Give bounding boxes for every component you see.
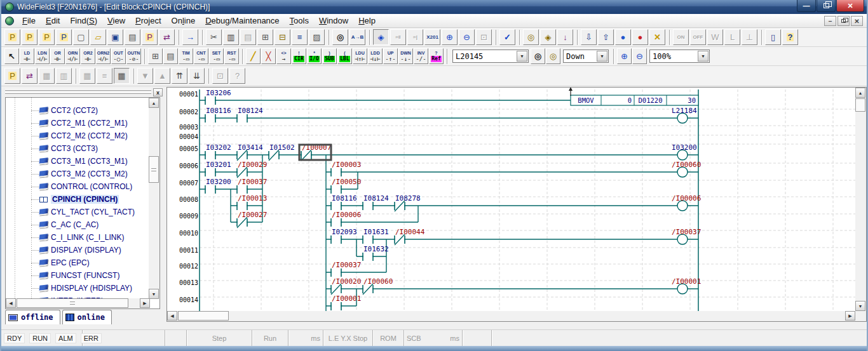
erase-line-button[interactable]: ╳ xyxy=(261,48,276,64)
pc-monitor-button[interactable]: ▯ xyxy=(765,29,781,45)
menu-online[interactable]: Online xyxy=(166,14,201,28)
ladder-diagram[interactable]: 0000100002000030000400005000060000700008… xyxy=(167,88,855,312)
chevron-down-icon[interactable]: ▼ xyxy=(517,51,527,62)
rung-number[interactable]: 00013 xyxy=(179,279,198,286)
scroll-down-icon[interactable]: ▼ xyxy=(149,289,159,299)
cross-reference-button[interactable]: ↓ xyxy=(557,29,573,45)
coil-label[interactable]: I03200 xyxy=(672,143,697,152)
rung-number[interactable]: 00002 xyxy=(179,109,198,116)
cut-button[interactable]: ✂ xyxy=(206,29,222,45)
or2-button[interactable]: OR2⊣⊢ xyxy=(81,48,95,64)
run-mode-button[interactable]: ● xyxy=(615,29,631,45)
device-view-button[interactable]: X201 xyxy=(424,29,440,45)
nc-contact-label[interactable]: /I00060 xyxy=(363,277,393,286)
new-file-button[interactable]: ▢ xyxy=(73,29,89,45)
orn-button[interactable]: ORN⊣/⊢ xyxy=(65,48,80,64)
coil-label[interactable]: /I00037 xyxy=(672,228,701,236)
save-button[interactable]: ▣ xyxy=(107,29,123,45)
nc-contact-label[interactable]: I01502 xyxy=(269,143,295,152)
project-properties-button[interactable]: P xyxy=(56,29,72,45)
no-contact-label[interactable]: I01631 xyxy=(363,228,389,236)
page-top-button[interactable]: ⇈ xyxy=(172,68,187,84)
mdi-minimize-button[interactable]: – xyxy=(824,16,836,26)
no-contact-label[interactable]: I08116 xyxy=(206,107,231,115)
ladder-horizontal-scrollbar[interactable]: ◀ ▶ xyxy=(167,311,855,321)
device-transfer-button[interactable]: ⇄ xyxy=(159,29,175,45)
mdi-close-button[interactable]: ✕ xyxy=(851,16,863,26)
print-button[interactable]: ▤ xyxy=(125,29,140,45)
search-direction-combo[interactable]: Down▼ xyxy=(563,50,609,63)
ladder-hscroll-thumb[interactable] xyxy=(178,311,229,321)
menu-file[interactable]: File xyxy=(17,14,41,28)
device-search-combo[interactable]: L20145▼ xyxy=(452,50,529,63)
close-button[interactable]: ✕ xyxy=(836,0,864,12)
sidebar-item-cct3_m1[interactable]: CCT3_M1 (CCT3_M1) xyxy=(6,155,149,168)
no-contact-label[interactable]: I08124 xyxy=(363,194,389,202)
scroll-down-icon[interactable]: ▼ xyxy=(855,301,865,311)
scroll-up-icon[interactable]: ▲ xyxy=(855,88,865,98)
restore-button[interactable] xyxy=(817,0,836,12)
set-button[interactable]: SET-▭ xyxy=(209,48,224,64)
menu-tools[interactable]: Tools xyxy=(285,14,314,28)
sidebar-item-display[interactable]: DISPLAY (DISPLAY) xyxy=(6,244,149,256)
nc-contact-label[interactable]: /I00029 xyxy=(238,161,267,169)
nc-contact-label[interactable]: I08278 xyxy=(395,194,421,202)
chevron-down-icon[interactable]: ▼ xyxy=(698,51,709,62)
draw-line-button[interactable]: ╱ xyxy=(246,48,261,64)
coil-label[interactable]: /I00001 xyxy=(672,277,701,286)
connect-button[interactable]: <>→ xyxy=(276,48,291,64)
io-button[interactable]: *I/O xyxy=(307,48,322,64)
no-contact-label[interactable]: /I00013 xyxy=(238,194,267,202)
zoom-level-combo[interactable]: 100%▼ xyxy=(649,50,710,63)
ladder-vscroll-thumb[interactable] xyxy=(855,98,865,112)
rung-number[interactable]: 00011 xyxy=(179,247,198,254)
jump-button[interactable]: → xyxy=(182,29,198,45)
scroll-up-icon[interactable]: ▲ xyxy=(149,98,159,108)
box-cell[interactable]: D01220 xyxy=(639,96,663,104)
box-cell[interactable]: 30 xyxy=(688,96,696,104)
ladder-view-button[interactable]: ◈ xyxy=(373,29,389,45)
tab-online[interactable]: online xyxy=(62,310,112,324)
open-project-button[interactable]: P xyxy=(22,29,37,45)
scroll-left-icon[interactable]: ◀ xyxy=(167,311,177,321)
no-contact-label[interactable]: /I00001 xyxy=(332,295,361,303)
select-mode-button[interactable]: ↖ xyxy=(4,48,19,64)
page-bottom-button[interactable]: ⇊ xyxy=(189,68,205,84)
sidebar-item-control[interactable]: CONTROL (CONTROL) xyxy=(6,180,149,193)
out-button[interactable]: OUT-○- xyxy=(111,48,126,64)
no-contact-label[interactable]: I03201 xyxy=(206,161,231,169)
no-contact-label[interactable]: I02093 xyxy=(332,228,357,236)
menu-window[interactable]: Window xyxy=(314,14,353,28)
replace-button[interactable]: A→B xyxy=(349,29,365,45)
rung-number[interactable]: 00004 xyxy=(179,133,198,140)
rung-number[interactable]: 00014 xyxy=(179,296,198,303)
help-button[interactable]: ? xyxy=(782,29,798,45)
no-contact-label[interactable]: /I00037 xyxy=(332,261,361,269)
box-cell[interactable]: 0 xyxy=(628,96,632,104)
zoom-out-2-button[interactable]: ⊖ xyxy=(632,48,647,64)
menu-find-s-[interactable]: Find(S) xyxy=(65,14,102,28)
dwn-button[interactable]: DWN-↓- xyxy=(398,48,413,64)
stop-mode-button[interactable]: ● xyxy=(632,29,648,45)
no-contact-label[interactable]: I03206 xyxy=(206,89,231,97)
insert-button[interactable]: ⊞ xyxy=(257,29,273,45)
no-contact-label[interactable]: I01632 xyxy=(363,245,389,253)
orn2-button[interactable]: ORN2⊣/⊢ xyxy=(96,48,111,64)
rung-number[interactable]: 00003 xyxy=(179,124,198,131)
coil-label[interactable]: L21184 xyxy=(672,107,697,115)
menu-debug-maintenance[interactable]: Debug/Maintenance xyxy=(200,14,284,28)
sidebar-item-hdisplay[interactable]: HDISPLAY (HDISPLAY) xyxy=(6,282,149,295)
sidebar-close-button[interactable]: x xyxy=(153,88,163,96)
inv-button[interactable]: INV-/- xyxy=(414,48,428,64)
sidebar-item-funcst[interactable]: FUNCST (FUNCST) xyxy=(6,269,149,282)
sidebar-item-cct2[interactable]: CCT2 (CCT2) xyxy=(6,104,149,117)
tab-offline[interactable]: offline xyxy=(5,310,60,324)
scroll-right-icon[interactable]: ▶ xyxy=(140,298,150,308)
rung-number[interactable]: 00012 xyxy=(179,263,198,270)
instruction-button[interactable]: ⊞ xyxy=(148,48,163,64)
sidebar-item-epc[interactable]: EPC (EPC) xyxy=(6,256,149,269)
download-button[interactable]: ⇩ xyxy=(581,29,597,45)
find-button[interactable]: ◎ xyxy=(332,29,348,45)
zoom-in-2-button[interactable]: ⊕ xyxy=(617,48,632,64)
ldd-button[interactable]: LDD⊣↓⊢ xyxy=(368,48,383,64)
